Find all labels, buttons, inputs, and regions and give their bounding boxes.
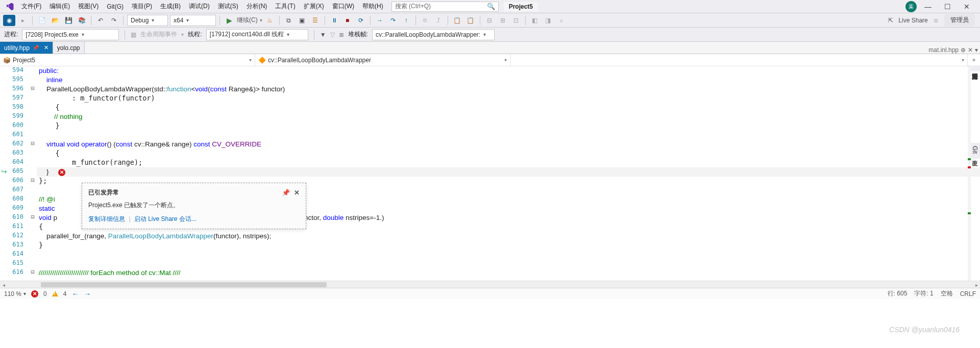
tb-icon-1[interactable]: ⧉: [283, 15, 295, 26]
next-issue-icon[interactable]: →: [84, 290, 91, 298]
scroll-left-icon[interactable]: ◂: [0, 281, 7, 288]
tab-overflow-icon[interactable]: ▾: [975, 46, 978, 54]
scope-project[interactable]: 📦 Project5▾: [0, 54, 255, 66]
menu-edit[interactable]: 编辑(E): [45, 1, 74, 12]
stop-icon[interactable]: ■: [342, 15, 353, 26]
menu-file[interactable]: 文件(F): [17, 1, 45, 12]
popup-message: Project5.exe 已触发了一个断点。: [88, 201, 300, 210]
error-count-icon[interactable]: ✕: [31, 290, 38, 297]
step-over-icon[interactable]: ↷: [387, 15, 399, 26]
new-file-icon[interactable]: 📄: [36, 15, 47, 26]
menu-debug[interactable]: 调试(D): [185, 1, 214, 12]
exception-icon: ✕: [58, 169, 65, 176]
platform-combo[interactable]: x64▾: [170, 15, 216, 26]
menu-view[interactable]: 视图(V): [74, 1, 103, 12]
tb-icon-g4[interactable]: 📋: [465, 15, 476, 26]
tb-icon-g2[interactable]: ⤴: [433, 15, 444, 26]
liveshare-label[interactable]: Live Share: [898, 17, 927, 24]
tb-icon-g8[interactable]: ◧: [529, 15, 541, 26]
tb-icon-3[interactable]: ☰: [310, 15, 321, 26]
feedback-icon[interactable]: ☺: [933, 17, 939, 24]
hot-reload-icon[interactable]: ♨: [264, 15, 276, 26]
status-line[interactable]: 行: 605: [888, 289, 908, 298]
liveshare-icon[interactable]: ⇱: [888, 17, 893, 24]
warning-count: 4: [63, 290, 67, 297]
scroll-right-icon[interactable]: ▸: [973, 281, 980, 288]
popup-title: 已引发异常: [88, 188, 119, 197]
menu-window[interactable]: 窗口(W): [328, 1, 358, 12]
scope-add-icon[interactable]: ＋: [968, 54, 980, 66]
step-into-icon[interactable]: →: [374, 15, 385, 26]
tb-icon-g10[interactable]: ⟐: [556, 15, 567, 26]
save-all-icon[interactable]: 📚: [76, 15, 87, 26]
lifecycle-label: 生命周期事件: [140, 30, 177, 39]
nav-back-button[interactable]: ◉: [3, 15, 15, 26]
main-toolbar: ◉ ▸ 📄 📂 💾 📚 ↶ ↷ Debug▾ x64▾ ▶ 继续(C)▾ ♨ ⧉…: [0, 13, 980, 28]
thread-combo[interactable]: [17912] concrt140d.dll 线程▾: [206, 29, 308, 40]
status-crlf[interactable]: CRLF: [960, 290, 976, 297]
minimize-button[interactable]: —: [920, 1, 936, 12]
warning-count-icon[interactable]: [52, 291, 58, 296]
code-editor[interactable]: ↪ 594public: 595 inline 596⊟ ParallelLoo…: [0, 66, 980, 281]
filter-icon[interactable]: ▼: [320, 31, 326, 38]
menu-tools[interactable]: 工具(T): [271, 1, 299, 12]
tb-icon-2[interactable]: ▣: [297, 15, 308, 26]
config-combo[interactable]: Debug▾: [127, 15, 168, 26]
restart-icon[interactable]: ⟳: [355, 15, 366, 26]
scroll-thumb[interactable]: [41, 282, 327, 287]
maximize-button[interactable]: ☐: [939, 1, 955, 12]
process-combo[interactable]: [7208] Project5.exe▾: [22, 29, 119, 40]
menu-analyze[interactable]: 分析(N): [242, 1, 272, 12]
tb-icon-g9[interactable]: ◨: [543, 15, 554, 26]
popup-pin-icon[interactable]: 📌: [282, 189, 290, 196]
zoom-control[interactable]: 110 % ▾: [4, 290, 26, 297]
close-button[interactable]: ✕: [959, 1, 975, 12]
menu-project[interactable]: 项目(P): [128, 1, 156, 12]
menu-test[interactable]: 测试(S): [214, 1, 242, 12]
scope-member[interactable]: ▾: [510, 54, 968, 66]
nav-fwd-button[interactable]: ▸: [17, 15, 29, 26]
tab-yolo-cpp[interactable]: yolo.cpp: [53, 42, 85, 54]
menu-extensions[interactable]: 扩展(X): [300, 1, 328, 12]
continue-icon[interactable]: ▶: [224, 15, 235, 26]
vs-logo-icon: [5, 2, 14, 11]
menu-help[interactable]: 帮助(H): [358, 1, 387, 12]
stackframe-combo[interactable]: cv::ParallelLoopBodyLambdaWrapper:▾: [372, 29, 495, 40]
prev-issue-icon[interactable]: ←: [71, 290, 79, 298]
tab-utility-hpp[interactable]: utility.hpp 📌 ✕: [0, 42, 53, 54]
menu-git[interactable]: Git(G): [103, 2, 128, 11]
tab-close-all-icon[interactable]: ✕: [968, 46, 973, 54]
undo-icon[interactable]: ↶: [95, 15, 106, 26]
scope-navbar: 📦 Project5▾ 🔶 cv::ParallelLoopBodyLambda…: [0, 54, 980, 66]
watermark: CSDN @yuanlun0416: [889, 326, 960, 334]
tab-matinl[interactable]: mat.inl.hpp: [928, 46, 959, 54]
stack-icon[interactable]: ≣: [339, 31, 344, 38]
pin-icon[interactable]: 📌: [33, 45, 39, 51]
overview-ruler[interactable]: [968, 66, 971, 281]
status-spaces[interactable]: 空格: [941, 289, 953, 298]
tb-icon-g7[interactable]: ⊡: [510, 15, 522, 26]
save-icon[interactable]: 💾: [63, 15, 74, 26]
horizontal-scrollbar[interactable]: ◂ ▸: [0, 281, 980, 288]
stack-label: 堆栈帧:: [348, 30, 368, 39]
status-col[interactable]: 字符: 1: [914, 289, 933, 298]
popup-close-icon[interactable]: ✕: [294, 189, 300, 196]
menu-build[interactable]: 生成(B): [156, 1, 185, 12]
step-out-icon[interactable]: ↑: [401, 15, 412, 26]
pause-icon[interactable]: ⏸: [329, 15, 340, 26]
tb-icon-g3[interactable]: 📋: [452, 15, 463, 26]
filter2-icon[interactable]: ▽: [330, 31, 335, 38]
search-input[interactable]: 搜索 (Ctrl+Q) 🔍: [391, 2, 499, 12]
tab-dropdown-icon[interactable]: ⊕: [961, 46, 966, 54]
tb-icon-g5[interactable]: ⊟: [484, 15, 495, 26]
scope-class[interactable]: 🔶 cv::ParallelLoopBodyLambdaWrapper▾: [255, 54, 510, 66]
continue-label[interactable]: 继续(C): [237, 16, 258, 24]
redo-icon[interactable]: ↷: [108, 15, 119, 26]
tb-icon-g1[interactable]: ⛭: [420, 15, 431, 26]
user-avatar[interactable]: 葉: [905, 1, 917, 12]
start-liveshare-link[interactable]: 启动 Live Share 会话...: [134, 215, 197, 222]
tb-icon-g6[interactable]: ⊞: [497, 15, 508, 26]
copy-details-link[interactable]: 复制详细信息: [88, 215, 125, 222]
close-tab-icon[interactable]: ✕: [44, 44, 48, 51]
open-icon[interactable]: 📂: [50, 15, 61, 26]
